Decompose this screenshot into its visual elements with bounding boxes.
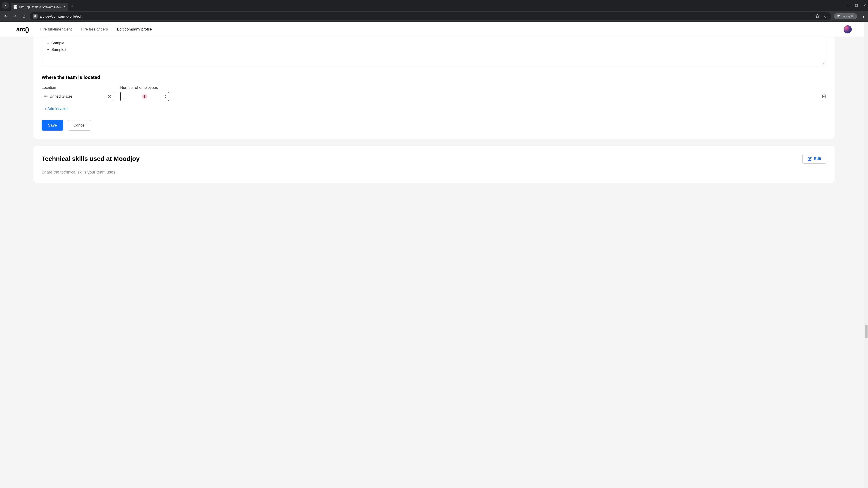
back-button[interactable] xyxy=(3,13,9,20)
skills-title: Technical skills used at Moodjoy xyxy=(41,155,140,162)
save-button[interactable]: Save xyxy=(41,120,63,131)
location-heading: Where the team is located xyxy=(41,74,827,80)
location-label: Location xyxy=(41,86,114,90)
employees-input[interactable] xyxy=(120,92,169,101)
forward-button[interactable] xyxy=(12,13,18,20)
reload-button[interactable] xyxy=(21,13,27,20)
url-text: arc.dev/company-profile/edit xyxy=(40,14,82,18)
resize-handle-icon[interactable]: ⋰ xyxy=(822,62,825,65)
incognito-badge[interactable]: Incognito xyxy=(834,13,857,19)
new-tab-button[interactable]: + xyxy=(71,4,73,9)
site-settings-icon[interactable] xyxy=(33,14,37,19)
location-field-group: Location US United States ✕ xyxy=(41,86,114,101)
nav-edit-profile[interactable]: Edit company profile xyxy=(117,27,152,32)
browser-toolbar: arc.dev/company-profile/edit Incognito ⋮ xyxy=(0,11,868,22)
skills-header: Technical skills used at Moodjoy Edit xyxy=(41,154,827,164)
address-bar[interactable]: arc.dev/company-profile/edit xyxy=(30,12,831,20)
scrollbar-thumb[interactable] xyxy=(865,325,868,338)
location-input[interactable]: US United States ✕ xyxy=(41,92,114,101)
site-header: arc() Hire full-time talent Hire freelan… xyxy=(0,22,868,37)
incognito-icon xyxy=(837,14,841,18)
browser-tab[interactable]: ⬚ Hire Top Remote Software Dev... × xyxy=(11,3,68,11)
tab-search-button[interactable] xyxy=(2,2,9,9)
cancel-button[interactable]: Cancel xyxy=(68,120,91,131)
list-item: Sample2 xyxy=(51,46,822,53)
window-controls: — ❐ ✕ xyxy=(846,4,866,7)
location-row: Location US United States ✕ Number of em… xyxy=(41,86,827,101)
close-window-button[interactable]: ✕ xyxy=(864,4,866,7)
browser-menu-button[interactable]: ⋮ xyxy=(862,14,865,19)
svg-point-1 xyxy=(839,16,840,17)
skills-subtext: Share the technical skills your team use… xyxy=(41,170,827,175)
list-item: Sample xyxy=(51,40,822,46)
extensions-icon[interactable] xyxy=(824,14,828,19)
edit-button-label: Edit xyxy=(814,157,821,161)
tab-title: Hire Top Remote Software Dev... xyxy=(19,5,62,8)
page-content: arc() Hire full-time talent Hire freelan… xyxy=(0,22,868,488)
arc-logo[interactable]: arc() xyxy=(16,26,29,33)
form-buttons: Save Cancel xyxy=(41,120,827,131)
pencil-icon xyxy=(808,157,812,161)
minimize-button[interactable]: — xyxy=(846,4,850,7)
description-list: Sample Sample2 xyxy=(46,40,822,53)
skills-card: Technical skills used at Moodjoy Edit Sh… xyxy=(33,146,835,183)
number-spinner[interactable] xyxy=(164,95,167,98)
employees-label: Number of employees xyxy=(120,86,169,90)
employees-field-group: Number of employees xyxy=(120,86,169,101)
clear-location-icon[interactable]: ✕ xyxy=(107,94,112,99)
add-location-link[interactable]: + Add location xyxy=(41,107,68,111)
click-indicator-icon xyxy=(142,94,147,99)
incognito-label: Incognito xyxy=(842,15,855,18)
bookmark-icon[interactable] xyxy=(815,14,820,19)
delete-location-button[interactable] xyxy=(822,94,827,99)
svg-point-0 xyxy=(837,16,838,17)
browser-tab-bar: ⬚ Hire Top Remote Software Dev... × + — … xyxy=(0,0,868,11)
nav-hire-freelancers[interactable]: Hire freelancers xyxy=(81,27,108,32)
team-location-card: Sample Sample2 ⋰ Where the team is locat… xyxy=(33,37,835,139)
spinner-down-icon[interactable] xyxy=(164,96,167,98)
description-textarea[interactable]: Sample Sample2 ⋰ xyxy=(41,37,827,66)
spinner-up-icon[interactable] xyxy=(164,95,167,96)
maximize-button[interactable]: ❐ xyxy=(855,4,858,7)
user-avatar[interactable] xyxy=(844,25,852,33)
location-flag: US xyxy=(44,95,48,98)
nav-hire-fulltime[interactable]: Hire full-time talent xyxy=(40,27,72,32)
edit-skills-button[interactable]: Edit xyxy=(802,154,827,164)
tab-close-icon[interactable]: × xyxy=(64,5,66,9)
scrollbar[interactable] xyxy=(864,22,868,488)
location-value: United States xyxy=(50,94,106,99)
tab-favicon-icon: ⬚ xyxy=(13,5,17,8)
main-nav: Hire full-time talent Hire freelancers E… xyxy=(40,27,152,32)
main-area: Sample Sample2 ⋰ Where the team is locat… xyxy=(0,37,868,488)
